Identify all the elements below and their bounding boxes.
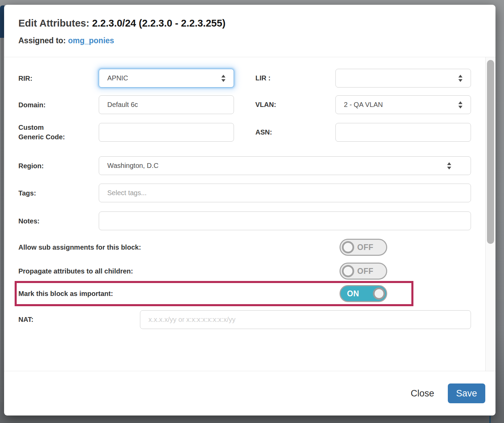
mark-important-label: Mark this block as important: [18, 290, 340, 298]
domain-input[interactable] [99, 95, 234, 114]
edit-attributes-modal: Edit Attributes: 2.2.3.0/24 (2.2.3.0 - 2… [4, 5, 495, 416]
notes-input[interactable] [99, 212, 471, 230]
assigned-to-line: Assigned to: omg_ponies [18, 36, 485, 45]
updown-arrows-icon [221, 74, 226, 82]
propagate-attributes-toggle[interactable]: OFF [340, 263, 387, 280]
row-domain-vlan: Domain: VLAN: 2 - QA VLAN [18, 95, 471, 114]
nat-input[interactable] [140, 310, 471, 329]
row-rir-lir: RIR: APNIC LIR : [18, 69, 471, 88]
domain-label: Domain: [18, 100, 99, 110]
assigned-to-label: Assigned to: [18, 36, 66, 45]
background-page-edge [489, 416, 491, 423]
modal-left-shadow [1, 38, 3, 402]
toggle-state-label: OFF [357, 243, 374, 252]
tags-input[interactable] [99, 184, 471, 202]
row-propagate-attributes: Propagate attributes to all children: OF… [18, 263, 471, 280]
lir-label: LIR : [255, 74, 335, 82]
region-select-value: Washington, D.C [107, 162, 158, 170]
vlan-select-value: 2 - QA VLAN [344, 101, 383, 109]
vlan-label: VLAN: [255, 101, 335, 109]
mark-important-toggle[interactable]: ON [340, 285, 387, 302]
modal-body: RIR: APNIC LIR : Domain: [4, 57, 495, 371]
nat-label: NAT: [18, 316, 140, 324]
screen: Edit Attributes: 2.2.3.0/24 (2.2.3.0 - 2… [0, 0, 504, 423]
propagate-attributes-label: Propagate attributes to all children: [18, 267, 340, 275]
modal-title-block: 2.2.3.0/24 (2.2.3.0 - 2.2.3.255) [92, 18, 225, 29]
modal-header: Edit Attributes: 2.2.3.0/24 (2.2.3.0 - 2… [4, 5, 495, 57]
notes-label: Notes: [18, 216, 99, 226]
region-label: Region: [18, 161, 99, 171]
rir-label: RIR: [18, 74, 99, 83]
updown-arrows-icon [458, 74, 463, 82]
custom-generic-code-input[interactable] [99, 123, 234, 142]
lir-select[interactable] [335, 69, 471, 88]
toggle-state-label: ON [347, 289, 359, 298]
modal-title: Edit Attributes: 2.2.3.0/24 (2.2.3.0 - 2… [18, 18, 485, 29]
row-allow-sub-assignments: Allow sub assignments for this block: OF… [18, 239, 471, 256]
modal-scrollbar[interactable] [485, 57, 495, 371]
toggle-knob [342, 241, 354, 253]
assigned-to-link[interactable]: omg_ponies [68, 36, 114, 45]
toggle-state-label: OFF [357, 267, 374, 276]
custom-generic-code-label: Custom Generic Code: [18, 123, 99, 142]
toggle-knob [342, 265, 354, 277]
rir-select[interactable]: APNIC [99, 69, 234, 88]
rir-select-value: APNIC [107, 74, 128, 82]
modal-title-prefix: Edit Attributes: [18, 18, 89, 29]
row-tags: Tags: [18, 184, 471, 202]
tags-label: Tags: [18, 188, 99, 198]
region-select[interactable]: Washington, D.C [99, 156, 471, 175]
scrollbar-thumb[interactable] [487, 60, 494, 244]
mark-important-highlight-box: Mark this block as important: ON [15, 281, 413, 306]
updown-arrows-icon [458, 101, 463, 109]
close-button[interactable]: Close [411, 388, 434, 399]
row-notes: Notes: [18, 212, 471, 230]
allow-sub-assignments-toggle[interactable]: OFF [340, 239, 387, 256]
updown-arrows-icon [446, 162, 452, 170]
row-cgc-asn: Custom Generic Code: ASN: [18, 123, 471, 142]
asn-label: ASN: [255, 128, 335, 136]
allow-sub-assignments-label: Allow sub assignments for this block: [18, 244, 340, 251]
vlan-select[interactable]: 2 - QA VLAN [335, 95, 471, 114]
row-nat: NAT: [18, 310, 471, 329]
save-button[interactable]: Save [448, 383, 485, 403]
toggle-knob [373, 287, 385, 300]
asn-input[interactable] [335, 123, 471, 142]
row-region: Region: Washington, D.C [18, 156, 471, 175]
modal-footer: Close Save [4, 371, 495, 416]
